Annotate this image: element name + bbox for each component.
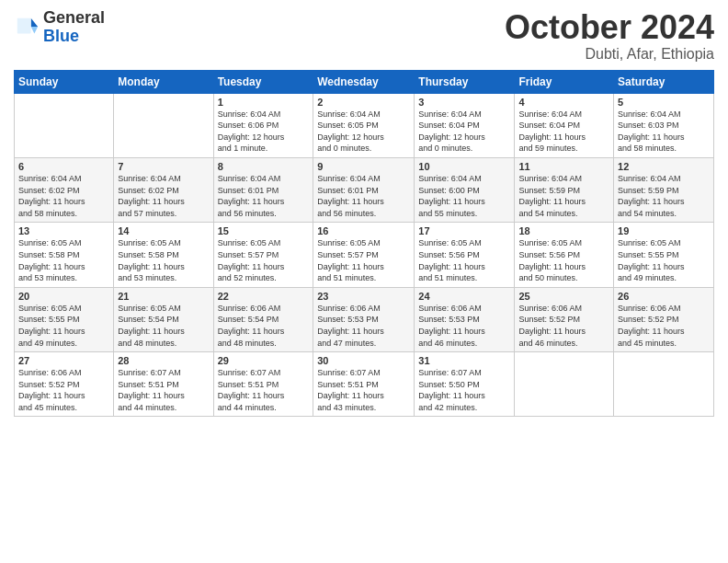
day-cell: 31Sunrise: 6:07 AM Sunset: 5:50 PM Dayli…: [415, 352, 515, 417]
day-number: 3: [418, 97, 510, 108]
day-info: Sunrise: 6:07 AM Sunset: 5:51 PM Dayligh…: [218, 367, 310, 413]
day-cell: 27Sunrise: 6:06 AM Sunset: 5:52 PM Dayli…: [15, 352, 114, 417]
logo: General Blue: [14, 9, 105, 46]
page: General Blue October 2024 Dubti, Afar, E…: [0, 0, 728, 563]
day-cell: 16Sunrise: 6:05 AM Sunset: 5:57 PM Dayli…: [313, 223, 415, 287]
day-info: Sunrise: 6:06 AM Sunset: 5:52 PM Dayligh…: [18, 367, 109, 413]
svg-marker-0: [31, 18, 38, 27]
day-info: Sunrise: 6:04 AM Sunset: 6:01 PM Dayligh…: [218, 173, 310, 219]
day-info: Sunrise: 6:04 AM Sunset: 6:02 PM Dayligh…: [118, 173, 209, 219]
day-number: 1: [218, 97, 310, 108]
day-info: Sunrise: 6:06 AM Sunset: 5:53 PM Dayligh…: [317, 303, 410, 349]
day-cell: [15, 93, 114, 157]
day-number: 8: [218, 161, 310, 172]
week-row-2: 6Sunrise: 6:04 AM Sunset: 6:02 PM Daylig…: [15, 157, 714, 222]
day-info: Sunrise: 6:04 AM Sunset: 6:04 PM Dayligh…: [518, 109, 609, 155]
header: General Blue October 2024 Dubti, Afar, E…: [14, 9, 714, 63]
day-number: 20: [18, 291, 109, 302]
day-cell: 17Sunrise: 6:05 AM Sunset: 5:56 PM Dayli…: [415, 223, 515, 287]
calendar-header: Sunday Monday Tuesday Wednesday Thursday…: [15, 70, 714, 93]
day-cell: 14Sunrise: 6:05 AM Sunset: 5:58 PM Dayli…: [114, 223, 213, 287]
day-cell: [515, 352, 614, 417]
day-cell: 24Sunrise: 6:06 AM Sunset: 5:53 PM Dayli…: [415, 287, 515, 351]
col-friday: Friday: [515, 70, 614, 93]
day-cell: [614, 352, 714, 417]
day-cell: 22Sunrise: 6:06 AM Sunset: 5:54 PM Dayli…: [213, 287, 313, 351]
day-cell: 29Sunrise: 6:07 AM Sunset: 5:51 PM Dayli…: [213, 352, 313, 417]
day-cell: 26Sunrise: 6:06 AM Sunset: 5:52 PM Dayli…: [614, 287, 714, 351]
day-info: Sunrise: 6:07 AM Sunset: 5:51 PM Dayligh…: [317, 367, 410, 413]
day-info: Sunrise: 6:04 AM Sunset: 6:04 PM Dayligh…: [418, 109, 510, 155]
day-info: Sunrise: 6:04 AM Sunset: 5:59 PM Dayligh…: [618, 173, 710, 219]
logo-text: General Blue: [43, 9, 105, 46]
day-cell: 4Sunrise: 6:04 AM Sunset: 6:04 PM Daylig…: [515, 93, 614, 157]
location: Dubti, Afar, Ethiopia: [505, 46, 714, 63]
day-cell: 1Sunrise: 6:04 AM Sunset: 6:06 PM Daylig…: [213, 93, 313, 157]
week-row-4: 20Sunrise: 6:05 AM Sunset: 5:55 PM Dayli…: [15, 287, 714, 351]
day-number: 19: [618, 225, 710, 236]
day-number: 9: [317, 161, 410, 172]
day-cell: 20Sunrise: 6:05 AM Sunset: 5:55 PM Dayli…: [15, 287, 114, 351]
day-number: 30: [317, 355, 410, 366]
day-cell: 7Sunrise: 6:04 AM Sunset: 6:02 PM Daylig…: [114, 157, 213, 222]
day-number: 10: [418, 161, 510, 172]
day-cell: 13Sunrise: 6:05 AM Sunset: 5:58 PM Dayli…: [15, 223, 114, 287]
week-row-5: 27Sunrise: 6:06 AM Sunset: 5:52 PM Dayli…: [15, 352, 714, 417]
day-cell: 12Sunrise: 6:04 AM Sunset: 5:59 PM Dayli…: [614, 157, 714, 222]
day-info: Sunrise: 6:04 AM Sunset: 6:06 PM Dayligh…: [218, 109, 310, 155]
day-number: 29: [218, 355, 310, 366]
calendar-body: 1Sunrise: 6:04 AM Sunset: 6:06 PM Daylig…: [15, 93, 714, 417]
day-number: 16: [317, 225, 410, 236]
day-info: Sunrise: 6:05 AM Sunset: 5:55 PM Dayligh…: [618, 237, 710, 283]
week-row-3: 13Sunrise: 6:05 AM Sunset: 5:58 PM Dayli…: [15, 223, 714, 287]
col-sunday: Sunday: [15, 70, 114, 93]
day-info: Sunrise: 6:05 AM Sunset: 5:57 PM Dayligh…: [317, 237, 410, 283]
day-number: 25: [518, 291, 609, 302]
day-number: 22: [218, 291, 310, 302]
logo-line2: Blue: [43, 28, 105, 46]
week-row-1: 1Sunrise: 6:04 AM Sunset: 6:06 PM Daylig…: [15, 93, 714, 157]
day-info: Sunrise: 6:06 AM Sunset: 5:52 PM Dayligh…: [518, 303, 609, 349]
day-info: Sunrise: 6:04 AM Sunset: 6:00 PM Dayligh…: [418, 173, 510, 219]
calendar: Sunday Monday Tuesday Wednesday Thursday…: [14, 70, 714, 418]
day-cell: 21Sunrise: 6:05 AM Sunset: 5:54 PM Dayli…: [114, 287, 213, 351]
day-info: Sunrise: 6:05 AM Sunset: 5:55 PM Dayligh…: [18, 303, 109, 349]
day-number: 26: [618, 291, 710, 302]
day-info: Sunrise: 6:05 AM Sunset: 5:58 PM Dayligh…: [118, 237, 209, 283]
title-block: October 2024 Dubti, Afar, Ethiopia: [505, 9, 714, 63]
day-cell: 15Sunrise: 6:05 AM Sunset: 5:57 PM Dayli…: [213, 223, 313, 287]
day-number: 27: [18, 355, 109, 366]
day-cell: 3Sunrise: 6:04 AM Sunset: 6:04 PM Daylig…: [415, 93, 515, 157]
day-number: 31: [418, 355, 510, 366]
col-wednesday: Wednesday: [313, 70, 415, 93]
svg-marker-1: [31, 27, 38, 33]
day-cell: 23Sunrise: 6:06 AM Sunset: 5:53 PM Dayli…: [313, 287, 415, 351]
day-info: Sunrise: 6:05 AM Sunset: 5:58 PM Dayligh…: [18, 237, 109, 283]
logo-line1: General: [43, 9, 105, 28]
day-number: 17: [418, 225, 510, 236]
day-number: 13: [18, 225, 109, 236]
weekday-row: Sunday Monday Tuesday Wednesday Thursday…: [15, 70, 714, 93]
day-cell: 9Sunrise: 6:04 AM Sunset: 6:01 PM Daylig…: [313, 157, 415, 222]
day-number: 18: [518, 225, 609, 236]
day-cell: 8Sunrise: 6:04 AM Sunset: 6:01 PM Daylig…: [213, 157, 313, 222]
logo-icon: [14, 15, 40, 40]
col-tuesday: Tuesday: [213, 70, 313, 93]
day-number: 23: [317, 291, 410, 302]
day-info: Sunrise: 6:05 AM Sunset: 5:54 PM Dayligh…: [118, 303, 209, 349]
day-info: Sunrise: 6:05 AM Sunset: 5:56 PM Dayligh…: [518, 237, 609, 283]
col-monday: Monday: [114, 70, 213, 93]
day-info: Sunrise: 6:05 AM Sunset: 5:57 PM Dayligh…: [218, 237, 310, 283]
day-number: 24: [418, 291, 510, 302]
day-info: Sunrise: 6:06 AM Sunset: 5:52 PM Dayligh…: [618, 303, 710, 349]
day-info: Sunrise: 6:04 AM Sunset: 5:59 PM Dayligh…: [518, 173, 609, 219]
day-number: 14: [118, 225, 209, 236]
day-info: Sunrise: 6:04 AM Sunset: 6:01 PM Dayligh…: [317, 173, 410, 219]
day-info: Sunrise: 6:06 AM Sunset: 5:53 PM Dayligh…: [418, 303, 510, 349]
day-cell: 11Sunrise: 6:04 AM Sunset: 5:59 PM Dayli…: [515, 157, 614, 222]
day-cell: 30Sunrise: 6:07 AM Sunset: 5:51 PM Dayli…: [313, 352, 415, 417]
col-saturday: Saturday: [614, 70, 714, 93]
day-number: 6: [18, 161, 109, 172]
day-number: 12: [618, 161, 710, 172]
day-cell: 10Sunrise: 6:04 AM Sunset: 6:00 PM Dayli…: [415, 157, 515, 222]
